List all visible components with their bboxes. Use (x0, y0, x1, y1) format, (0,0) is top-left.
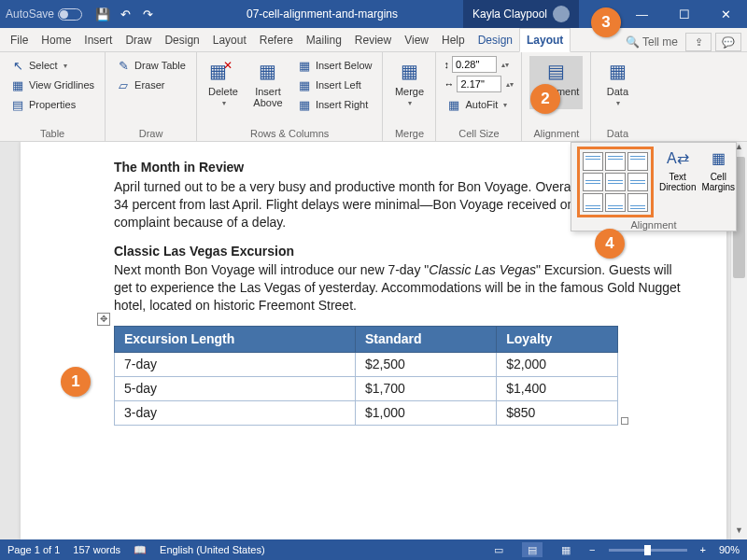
redo-icon[interactable]: ↷ (138, 5, 157, 23)
web-layout-icon[interactable]: ▦ (556, 542, 576, 557)
insert-below-button[interactable]: ▦Insert Below (294, 56, 375, 75)
table-resize-handle-icon[interactable] (621, 417, 628, 425)
table-cell[interactable]: 3-day (115, 400, 356, 425)
row-height-input[interactable] (452, 56, 497, 73)
tab-table-layout[interactable]: Layout (519, 28, 571, 52)
undo-icon[interactable]: ↶ (116, 5, 134, 23)
properties-icon: ▤ (10, 97, 25, 112)
eraser-button[interactable]: ▱Eraser (113, 76, 189, 94)
tab-file[interactable]: File (4, 29, 35, 51)
group-label: Table (7, 126, 97, 139)
grid-icon: ▦ (10, 77, 25, 92)
table-header[interactable]: Excursion Length (115, 327, 356, 353)
callout-1: 1 (61, 367, 91, 397)
spinner-icon[interactable]: ▴▾ (506, 80, 514, 89)
group-label: Data (599, 126, 636, 139)
page-indicator[interactable]: Page 1 of 1 (7, 544, 60, 555)
autofit-button[interactable]: ▦AutoFit▾ (444, 95, 514, 114)
delete-button[interactable]: ▦✕ Delete▾ (204, 56, 242, 109)
save-icon[interactable]: 💾 (93, 5, 112, 23)
group-cell-size: ↕▴▾ ↔▴▾ ▦AutoFit▾ Cell Size (436, 52, 522, 141)
zoom-out-button[interactable]: − (589, 544, 595, 555)
minimize-icon[interactable]: ― (621, 0, 663, 28)
tab-help[interactable]: Help (435, 29, 472, 51)
table-header[interactable]: Loyalty (497, 327, 618, 353)
zoom-in-button[interactable]: + (700, 544, 706, 555)
group-merge: ▦ Merge▾ Merge (383, 52, 436, 141)
word-count[interactable]: 157 words (73, 544, 120, 555)
col-width-field[interactable]: ↔▴▾ (444, 76, 514, 92)
row-height-field[interactable]: ↕▴▾ (444, 56, 514, 73)
properties-button[interactable]: ▤Properties (7, 95, 97, 114)
user-account[interactable]: Kayla Claypool (463, 0, 579, 28)
close-icon[interactable]: ✕ (705, 0, 747, 28)
align-center-center-button[interactable] (605, 173, 626, 191)
merge-button[interactable]: ▦ Merge▾ (390, 56, 428, 109)
read-mode-icon[interactable]: ▭ (488, 542, 509, 557)
chevron-down-icon: ▾ (63, 62, 67, 70)
language-indicator[interactable]: English (United States) (160, 544, 265, 555)
ribbon: ↖Select▾ ▦View Gridlines ▤Properties Tab… (0, 52, 747, 142)
scroll-down-icon[interactable]: ▼ (731, 525, 747, 539)
comments-button[interactable]: 💬 (715, 33, 741, 51)
group-label: Alignment (529, 126, 583, 139)
share-button[interactable]: ⇪ (685, 33, 712, 51)
align-top-right-button[interactable] (627, 152, 648, 171)
table-cell[interactable]: 5-day (115, 376, 356, 400)
align-bottom-center-button[interactable] (605, 193, 626, 212)
tab-review[interactable]: Review (348, 29, 398, 51)
chevron-down-icon: ▾ (616, 99, 620, 107)
group-rows-columns: ▦✕ Delete▾ ▦ Insert Above ▦Insert Below … (197, 52, 384, 141)
delete-icon: ▦✕ (208, 58, 238, 84)
align-center-right-button[interactable] (627, 173, 648, 191)
insert-left-button[interactable]: ▦Insert Left (294, 76, 375, 94)
table-move-handle-icon[interactable]: ✥ (97, 313, 110, 326)
draw-table-button[interactable]: ✎Draw Table (113, 56, 189, 75)
align-center-left-button[interactable] (583, 173, 603, 191)
cell-margins-button[interactable]: ▦ Cell Margins (701, 147, 735, 192)
chevron-down-icon: ▾ (222, 99, 226, 107)
search-icon: 🔍 (626, 35, 640, 49)
align-top-left-button[interactable] (583, 152, 603, 171)
table-cell[interactable]: 7-day (115, 353, 356, 377)
zoom-slider[interactable] (609, 549, 687, 552)
zoom-level[interactable]: 90% (719, 544, 740, 555)
spinner-icon[interactable]: ▴▾ (501, 61, 509, 69)
insert-above-button[interactable]: ▦ Insert Above (249, 56, 287, 110)
tab-references[interactable]: Refere (253, 29, 300, 51)
data-button[interactable]: ▦ Data▾ (599, 56, 636, 109)
tab-layout[interactable]: Layout (206, 29, 253, 51)
table-cell[interactable]: $1,700 (355, 376, 496, 400)
select-button[interactable]: ↖Select▾ (7, 56, 97, 75)
align-bottom-right-button[interactable] (627, 193, 648, 212)
table-cell[interactable]: $2,000 (497, 353, 618, 377)
tab-draw[interactable]: Draw (119, 29, 158, 51)
table-cell[interactable]: $2,500 (355, 353, 496, 377)
autosave-toggle[interactable]: AutoSave (0, 7, 88, 21)
tab-design[interactable]: Design (158, 29, 205, 51)
tell-me-search[interactable]: 🔍 Tell me (620, 33, 684, 51)
group-label: Merge (390, 126, 428, 139)
tab-insert[interactable]: Insert (78, 29, 119, 51)
tab-view[interactable]: View (398, 29, 435, 51)
insert-right-button[interactable]: ▦Insert Right (294, 95, 375, 114)
table-row: 5-day $1,700 $1,400 (115, 376, 618, 400)
table-cell[interactable]: $1,000 (355, 400, 496, 425)
print-layout-icon[interactable]: ▤ (522, 542, 543, 557)
pricing-table[interactable]: Excursion Length Standard Loyalty 7-day … (114, 326, 618, 426)
maximize-icon[interactable]: ☐ (663, 0, 705, 28)
view-gridlines-button[interactable]: ▦View Gridlines (7, 76, 97, 94)
align-bottom-left-button[interactable] (583, 193, 603, 212)
chevron-down-icon: ▾ (408, 99, 412, 107)
table-header[interactable]: Standard (355, 327, 496, 353)
table-cell[interactable]: $850 (497, 400, 618, 425)
col-width-input[interactable] (457, 76, 501, 92)
tab-mailings[interactable]: Mailing (300, 29, 348, 51)
quick-access-toolbar: 💾 ↶ ↷ (88, 5, 162, 23)
proofing-icon[interactable]: 📖 (134, 544, 147, 556)
tab-table-design[interactable]: Design (472, 29, 519, 51)
align-top-center-button[interactable] (605, 152, 626, 171)
table-cell[interactable]: $1,400 (497, 376, 618, 400)
tab-home[interactable]: Home (35, 29, 78, 51)
text-direction-button[interactable]: A⇄ Text Direction (659, 147, 696, 192)
